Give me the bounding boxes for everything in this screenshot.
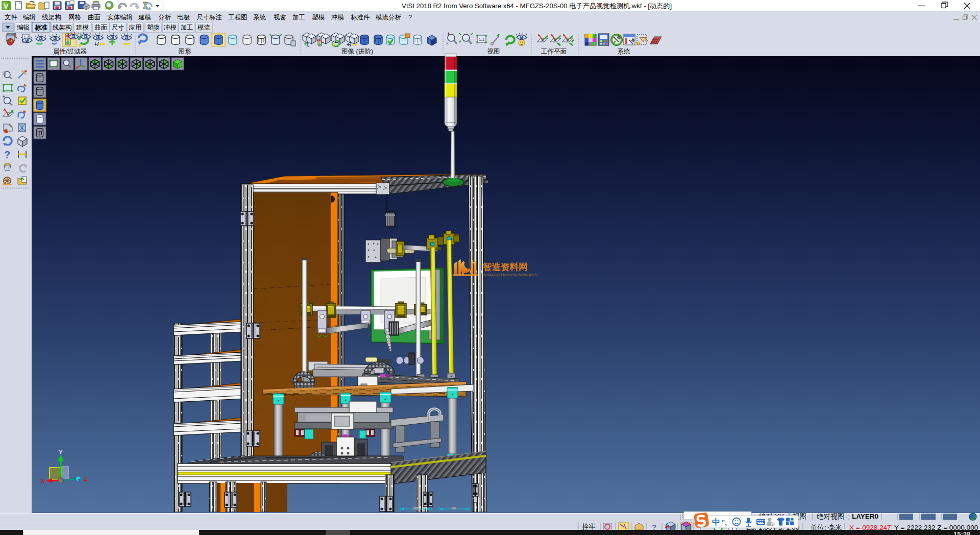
svg-text:编辑: 编辑 (17, 24, 30, 31)
svg-text:Z: Z (84, 476, 87, 482)
svg-text:系统: 系统 (618, 48, 631, 55)
svg-text:编辑: 编辑 (23, 14, 36, 21)
svg-text:加工: 加工 (181, 24, 193, 31)
svg-text:1:1: 1:1 (479, 37, 485, 42)
svg-text:工程图: 工程图 (228, 14, 248, 21)
svg-text:INTELLIGENT MANUFACTURING DATA: INTELLIGENT MANUFACTURING DATA (483, 273, 536, 276)
svg-text:V: V (4, 2, 9, 10)
svg-text:?: ? (408, 14, 412, 21)
svg-text:X: X (41, 478, 45, 484)
svg-text:7: 7 (772, 523, 774, 527)
svg-text:加工: 加工 (292, 14, 305, 21)
svg-text:图形: 图形 (179, 48, 192, 55)
svg-text:电极: 电极 (177, 14, 190, 21)
svg-text:网格: 网格 (68, 14, 81, 21)
svg-text:文件: 文件 (5, 14, 18, 21)
svg-text:?: ? (4, 149, 10, 160)
svg-text:15:38: 15:38 (953, 530, 970, 535)
svg-text:塑模: 塑模 (312, 13, 325, 21)
svg-text:建模: 建模 (138, 14, 151, 21)
svg-text:尺寸: 尺寸 (112, 24, 125, 31)
svg-text:智造资料网: 智造资料网 (482, 262, 528, 272)
svg-text:分析: 分析 (158, 14, 172, 21)
svg-text:图像 (进阶): 图像 (进阶) (341, 48, 373, 55)
svg-text:+: + (3, 94, 5, 99)
svg-text:绝对视图: 绝对视图 (816, 513, 844, 520)
svg-text:曲面: 曲面 (88, 14, 101, 21)
svg-text:视图: 视图 (487, 48, 500, 55)
svg-text:系统: 系统 (253, 14, 266, 21)
svg-text:曲面: 曲面 (94, 24, 107, 31)
svg-text:线架构: 线架构 (42, 14, 61, 21)
svg-text:属性/过滤器: 属性/过滤器 (53, 48, 87, 55)
svg-text:实体编辑: 实体编辑 (107, 14, 133, 21)
svg-text:冲模: 冲模 (164, 24, 177, 31)
svg-text:工作平面: 工作平面 (541, 48, 567, 55)
svg-text:尺寸标注: 尺寸标注 (197, 14, 222, 21)
svg-text:线架构: 线架构 (53, 24, 72, 31)
svg-text:+/: +/ (347, 41, 351, 47)
svg-text:+: + (36, 41, 38, 46)
svg-text:应用: 应用 (129, 24, 142, 31)
svg-text:LAYER0: LAYER0 (852, 513, 878, 520)
svg-text:建模: 建模 (76, 24, 89, 31)
svg-text:°,: °, (722, 518, 727, 527)
svg-text:标准: 标准 (34, 24, 48, 31)
svg-text:VISI 2018 R2 from Vero Softwar: VISI 2018 R2 from Vero Software x64 - MF… (402, 2, 672, 10)
svg-text:标准件: 标准件 (351, 14, 370, 21)
svg-text:冲模: 冲模 (331, 14, 344, 21)
svg-text:模流分析: 模流分析 (375, 14, 402, 21)
svg-text:+: + (447, 31, 450, 37)
svg-text:+: + (304, 40, 307, 47)
svg-text:拴牢: 拴牢 (582, 523, 596, 530)
svg-text:模流: 模流 (197, 24, 211, 31)
svg-text:-: - (50, 41, 52, 46)
svg-text:Y: Y (59, 449, 63, 455)
svg-text:中: 中 (712, 518, 720, 526)
svg-text:视窗: 视窗 (274, 14, 286, 21)
svg-text:+/: +/ (94, 41, 99, 47)
svg-text:塑膜: 塑膜 (147, 23, 160, 31)
